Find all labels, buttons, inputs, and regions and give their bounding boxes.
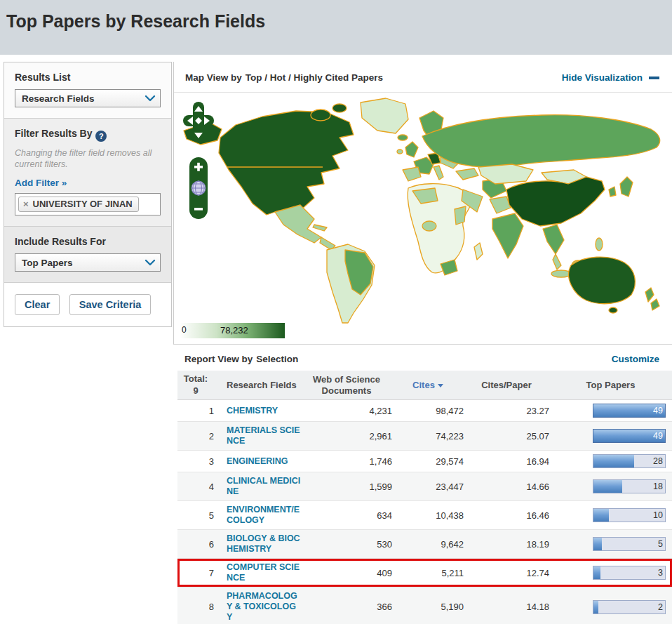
legend-min: 0 <box>182 325 187 335</box>
table-row: 5 ENVIRONMENT/ECOLOGY 634 10,438 16.46 1… <box>177 501 672 530</box>
top-papers-bar-fill <box>593 538 602 550</box>
top-papers-bar[interactable]: 49 <box>593 429 666 443</box>
research-field-link[interactable]: COMPUTER SCIENCE <box>227 562 301 583</box>
include-results-value: Top Papers <box>22 258 73 268</box>
total-count-header: Total: 9 <box>177 373 214 397</box>
results-list-dropdown[interactable]: Research Fields <box>15 89 161 107</box>
row-cites: 23,447 <box>392 482 464 492</box>
choropleth-map[interactable] <box>177 94 668 326</box>
row-cites: 74,223 <box>392 431 464 442</box>
row-rank: 3 <box>177 456 214 467</box>
research-field-link[interactable]: ENGINEERING <box>227 456 301 467</box>
table-header-row: Total: 9 Research Fields Web of Science … <box>177 371 672 400</box>
top-papers-bar[interactable]: 2 <box>593 600 666 614</box>
top-papers-bar-fill <box>593 509 609 522</box>
research-field-link[interactable]: MATERIALS SCIENCE <box>227 425 301 446</box>
column-header-research-fields: Research Fields <box>227 380 301 390</box>
filter-tag-label: UNIVERSITY OF JINAN <box>33 199 133 209</box>
top-papers-bar-fill <box>593 455 634 467</box>
legend-max: 78,232 <box>220 325 248 336</box>
column-header-wos-documents: Web of Science Documents <box>301 374 392 396</box>
column-header-top-papers: Top Papers <box>549 380 672 390</box>
zoom-control[interactable] <box>188 156 209 220</box>
table-row: 7 COMPUTER SCIENCE 409 5,211 12.74 3 <box>177 559 672 588</box>
pan-control[interactable] <box>182 101 215 145</box>
row-cites: 10,438 <box>392 510 464 521</box>
table-row: 1 CHEMISTRY 4,231 98,472 23.27 49 <box>177 400 672 422</box>
results-list-label: Results List <box>15 72 161 83</box>
row-rank: 7 <box>177 568 214 578</box>
row-cites-per-paper: 25.07 <box>464 431 549 442</box>
table-row: 4 CLINICAL MEDICINE 1,599 23,447 14.66 1… <box>177 472 672 501</box>
add-filter-link[interactable]: Add Filter » <box>15 178 67 188</box>
filter-note: Changing the filter field removes all cu… <box>15 148 161 170</box>
hide-visualization-link[interactable]: Hide Visualization <box>562 72 659 83</box>
include-results-section: Include Results For Top Papers <box>4 227 171 283</box>
globe-icon <box>191 181 206 195</box>
page-title: Top Papers by Research Fields <box>6 11 665 32</box>
top-papers-bar[interactable]: 10 <box>593 508 666 522</box>
research-field-link[interactable]: PHARMACOLOGY & TOXICOLOGY <box>227 591 301 623</box>
map-view-title: Map View byTop / Hot / Highly Cited Pape… <box>185 72 383 83</box>
row-cites: 98,472 <box>392 406 464 416</box>
top-papers-bar-fill <box>593 566 600 579</box>
minus-icon <box>649 77 659 79</box>
research-field-link[interactable]: ENVIRONMENT/ECOLOGY <box>227 505 301 526</box>
report-section: Report View bySelection Customize Total:… <box>173 345 672 624</box>
chevron-down-icon <box>145 258 156 267</box>
report-header: Report View bySelection Customize <box>173 345 672 371</box>
table-body: 1 CHEMISTRY 4,231 98,472 23.27 49 2 MATE… <box>177 400 672 624</box>
row-cites-per-paper: 16.46 <box>464 510 549 521</box>
top-papers-bar-fill <box>593 601 598 613</box>
row-wos-documents: 1,746 <box>301 456 392 467</box>
top-papers-value: 18 <box>653 482 663 491</box>
main-panel: Map View byTop / Hot / Highly Cited Pape… <box>173 62 672 624</box>
row-cites: 29,574 <box>392 456 464 467</box>
row-rank: 2 <box>177 431 214 442</box>
zoom-out-icon <box>194 208 203 211</box>
top-papers-bar[interactable]: 49 <box>593 404 666 418</box>
row-cites: 5,190 <box>392 602 464 612</box>
chevron-down-icon <box>145 94 156 102</box>
filter-tag[interactable]: × UNIVERSITY OF JINAN <box>18 197 139 212</box>
row-wos-documents: 4,231 <box>301 406 392 416</box>
table-row: 8 PHARMACOLOGY & TOXICOLOGY 366 5,190 14… <box>177 588 672 624</box>
remove-filter-icon[interactable]: × <box>23 199 29 209</box>
row-wos-documents: 2,961 <box>301 431 392 442</box>
row-rank: 4 <box>177 482 214 492</box>
top-papers-value: 10 <box>653 510 663 520</box>
top-papers-bar-fill <box>593 480 622 493</box>
include-results-dropdown[interactable]: Top Papers <box>15 253 161 272</box>
research-field-link[interactable]: CHEMISTRY <box>227 406 301 416</box>
table-row: 3 ENGINEERING 1,746 29,574 16.94 28 <box>177 451 672 472</box>
top-papers-value: 5 <box>658 539 663 549</box>
sort-desc-icon <box>438 384 443 387</box>
top-papers-bar[interactable]: 28 <box>593 454 666 468</box>
top-papers-bar[interactable]: 18 <box>593 479 666 493</box>
row-cites: 5,211 <box>392 568 464 578</box>
help-icon[interactable]: ? <box>95 131 107 142</box>
row-rank: 6 <box>177 539 214 550</box>
row-wos-documents: 366 <box>301 602 392 612</box>
research-field-link[interactable]: BIOLOGY & BIOCHEMISTRY <box>227 533 301 555</box>
table-row: 6 BIOLOGY & BIOCHEMISTRY 530 9,642 18.19… <box>177 530 672 559</box>
row-rank: 5 <box>177 510 214 521</box>
column-header-cites-sort[interactable]: Cites <box>392 380 464 390</box>
map-section: Map View byTop / Hot / Highly Cited Pape… <box>173 62 672 345</box>
row-cites-per-paper: 12.74 <box>464 568 549 578</box>
top-papers-value: 2 <box>658 602 663 612</box>
clear-button[interactable]: Clear <box>15 294 60 315</box>
filter-box[interactable]: × UNIVERSITY OF JINAN <box>15 193 161 215</box>
row-cites-per-paper: 23.27 <box>464 406 549 416</box>
top-papers-bar[interactable]: 3 <box>593 566 666 580</box>
save-criteria-button[interactable]: Save Criteria <box>69 294 152 315</box>
results-table: Total: 9 Research Fields Web of Science … <box>177 371 672 624</box>
research-field-link[interactable]: CLINICAL MEDICINE <box>227 476 301 497</box>
top-papers-bar[interactable]: 5 <box>593 537 666 551</box>
customize-link[interactable]: Customize <box>612 354 659 364</box>
filter-label: Filter Results By? <box>15 128 161 142</box>
world-map[interactable]: 0 78,232 <box>174 93 672 344</box>
top-papers-value: 49 <box>653 431 663 441</box>
map-legend: 0 78,232 <box>180 323 285 338</box>
row-wos-documents: 530 <box>301 539 392 550</box>
